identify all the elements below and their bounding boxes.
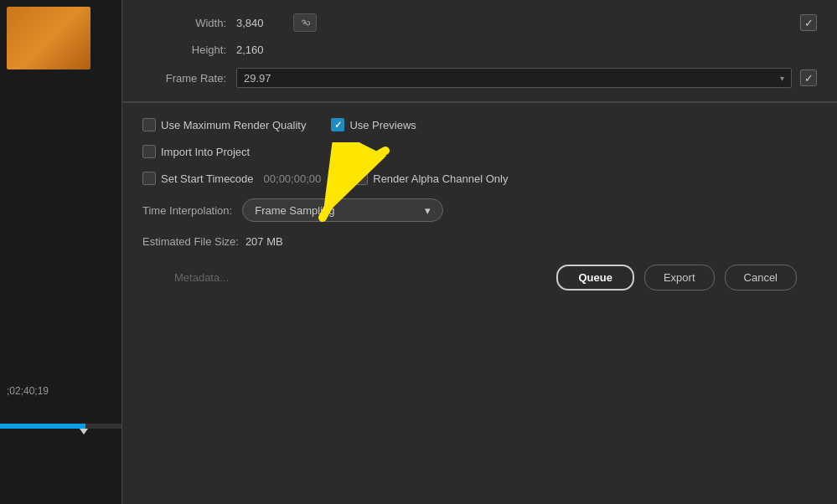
- height-value: 2,160: [236, 44, 287, 56]
- height-label: Height:: [142, 44, 226, 56]
- timecode-area: ;02;40;19: [0, 378, 121, 404]
- file-size-label: Estimated File Size:: [142, 235, 239, 248]
- width-checkbox[interactable]: [800, 14, 817, 31]
- set-start-timecode-checkbox[interactable]: [142, 172, 156, 185]
- width-label: Width:: [142, 17, 226, 29]
- import-into-project-checkbox[interactable]: [142, 145, 156, 158]
- progress-bar-fill: [0, 424, 85, 429]
- import-into-project-label: Import Into Project: [161, 146, 250, 158]
- width-value: 3,840: [236, 17, 287, 29]
- file-size-row: Estimated File Size: 207 MB: [142, 235, 817, 248]
- import-row: Import Into Project: [142, 145, 817, 158]
- use-previews-label: Use Previews: [349, 119, 416, 131]
- time-interpolation-row: Time Interpolation: Frame Sampling ▾: [142, 198, 817, 222]
- queue-button[interactable]: Queue: [556, 265, 633, 291]
- metadata-button[interactable]: Metadata...: [163, 266, 240, 289]
- frame-rate-label: Frame Rate:: [142, 72, 226, 85]
- left-sidebar: ;02;40;19: [0, 0, 121, 504]
- frame-rate-checkbox[interactable]: [800, 69, 817, 86]
- time-interpolation-value: Frame Sampling: [255, 204, 334, 217]
- file-size-value: 207 MB: [245, 235, 283, 248]
- render-alpha-checkbox[interactable]: [354, 172, 368, 185]
- frame-rate-row: Frame Rate: 29.97 ▾: [142, 68, 817, 88]
- use-max-render-label: Use Maximum Render Quality: [161, 119, 306, 131]
- use-max-render-checkbox[interactable]: [142, 118, 156, 131]
- time-interpolation-arrow: ▾: [425, 204, 431, 217]
- link-dimensions-button[interactable]: [293, 13, 317, 32]
- dimensions-section: Width: 3,840 Height: 2,160 Frame Rate: 2…: [122, 0, 837, 102]
- time-interpolation-label: Time Interpolation:: [142, 204, 232, 217]
- set-start-timecode-label: Set Start Timecode: [161, 172, 254, 185]
- frame-rate-dropdown-arrow: ▾: [780, 74, 784, 83]
- export-button[interactable]: Export: [644, 265, 715, 291]
- timecode-display: ;02;40;19: [7, 385, 49, 397]
- render-alpha-label: Render Alpha Channel Only: [373, 172, 508, 185]
- render-alpha-pair: Render Alpha Channel Only: [354, 172, 508, 185]
- height-row: Height: 2,160: [142, 44, 817, 56]
- frame-rate-dropdown[interactable]: 29.97 ▾: [236, 68, 792, 88]
- export-dialog: Width: 3,840 Height: 2,160 Frame Rate: 2…: [121, 0, 837, 504]
- set-start-timecode-pair: Set Start Timecode 00;00;00;00: [142, 172, 321, 185]
- frame-rate-value: 29.97: [244, 72, 271, 85]
- cancel-button[interactable]: Cancel: [725, 265, 797, 291]
- thumbnail-preview: [7, 7, 90, 69]
- use-previews-checkbox[interactable]: [331, 118, 344, 131]
- time-interpolation-dropdown[interactable]: Frame Sampling ▾: [242, 198, 443, 222]
- set-start-timecode-value: 00;00;00;00: [264, 172, 322, 185]
- render-quality-row: Use Maximum Render Quality Use Previews: [142, 118, 817, 131]
- button-row: Metadata... Queue Export Cancel: [142, 265, 817, 291]
- progress-arrow-indicator: [80, 429, 88, 435]
- width-row: Width: 3,840: [142, 13, 817, 32]
- progress-bar-container: [0, 424, 121, 429]
- options-section: Use Maximum Render Quality Use Previews …: [122, 103, 837, 306]
- timecode-alpha-row: Set Start Timecode 00;00;00;00 Render Al…: [142, 172, 817, 185]
